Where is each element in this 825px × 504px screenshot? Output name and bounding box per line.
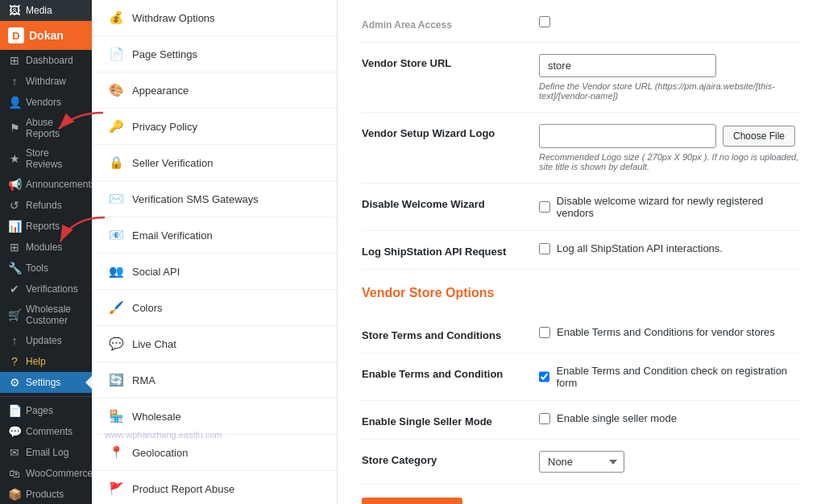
sidebar-item-wholesale-customer[interactable]: 🛒 Wholesale Customer [0, 300, 92, 330]
help-icon: ? [8, 355, 21, 368]
withdraw-options-icon: 💰 [108, 10, 124, 26]
vendor-store-url-desc: Define the Vendor store URL (https://pm.… [539, 81, 801, 101]
store-terms-label: Store Terms and Conditions [362, 326, 523, 341]
dokan-menu-withdraw-options[interactable]: 💰 Withdraw Options [92, 0, 337, 36]
disable-welcome-wizard-checkbox-row: Disable welcome wizard for newly registe… [539, 195, 801, 219]
log-shipstation-check-label[interactable]: Log all ShipStation API interactions. [557, 242, 723, 254]
wp-admin-sidebar: 🖼 Media D Dokan ⊞ Dashboard ↑ Withdraw 👤… [0, 0, 92, 504]
dokan-settings-sidebar: 💰 Withdraw Options 📄 Page Settings 🎨 App… [92, 0, 338, 504]
email-verification-icon: 📧 [108, 227, 124, 243]
disable-welcome-wizard-field: Disable welcome wizard for newly registe… [539, 195, 801, 219]
store-reviews-icon: ★ [8, 152, 21, 165]
sidebar-item-withdraw[interactable]: ↑ Withdraw [0, 71, 92, 92]
announcements-icon: 📢 [8, 178, 21, 191]
abuse-icon: ⚑ [8, 122, 21, 134]
sidebar-item-dashboard[interactable]: ⊞ Dashboard [0, 50, 92, 71]
log-shipstation-label: Log ShipStation API Request [362, 242, 523, 258]
log-shipstation-field: Log all ShipStation API interactions. [539, 242, 801, 254]
email-log-icon: ✉ [8, 446, 21, 459]
save-changes-button[interactable]: Save Changes [362, 498, 462, 504]
pages-icon: 📄 [8, 404, 21, 417]
dokan-menu-page-settings[interactable]: 📄 Page Settings [92, 36, 337, 72]
reports-icon: 📊 [8, 220, 21, 233]
withdraw-icon: ↑ [8, 75, 21, 88]
sidebar-item-abuse-reports[interactable]: ⚑ Abuse Reports [0, 113, 92, 143]
page-settings-icon: 📄 [108, 46, 124, 62]
sidebar-item-refunds[interactable]: ↺ Refunds [0, 195, 92, 216]
dokan-menu-email-verification[interactable]: 📧 Email Verification [92, 217, 337, 254]
sidebar-item-media[interactable]: 🖼 Media [0, 0, 92, 21]
vendor-store-url-input[interactable] [539, 54, 716, 77]
sidebar-item-verifications[interactable]: ✔ Verifications [0, 279, 92, 300]
dokan-menu-rma[interactable]: 🔄 RMA [92, 362, 337, 399]
dokan-brand[interactable]: D Dokan [0, 21, 92, 50]
choose-file-button[interactable]: Choose File [723, 126, 795, 147]
sidebar-item-products[interactable]: 📦 Products [0, 484, 92, 504]
privacy-policy-icon: 🔑 [108, 118, 124, 134]
enable-terms-field: Enable Terms and Condition check on regi… [539, 365, 801, 389]
dokan-d-icon: D [8, 27, 24, 43]
enable-terms-checkbox[interactable] [539, 371, 549, 382]
sidebar-item-email-log[interactable]: ✉ Email Log [0, 442, 92, 463]
sidebar-item-announcements[interactable]: 📢 Announcements [0, 174, 92, 195]
enable-single-seller-checkbox[interactable] [539, 413, 550, 424]
enable-single-seller-label: Enable Single Seller Mode [362, 412, 523, 428]
modules-icon: ⊞ [8, 241, 21, 254]
verifications-icon: ✔ [8, 283, 21, 295]
store-category-select[interactable]: None Category A Category B [539, 451, 624, 473]
sidebar-item-vendors[interactable]: 👤 Vendors [0, 92, 92, 113]
store-category-row: Store Category None Category A Category … [362, 440, 801, 485]
sidebar-item-updates[interactable]: ↑ Updates [0, 330, 92, 351]
disable-welcome-wizard-row: Disable Welcome Wizard Disable welcome w… [362, 184, 801, 231]
vendor-store-options-heading: Vendor Store Options [362, 286, 801, 305]
store-terms-checkbox[interactable] [539, 327, 550, 338]
file-input-box [539, 124, 716, 148]
admin-area-access-checkbox[interactable] [539, 16, 550, 27]
sidebar-item-store-reviews[interactable]: ★ Store Reviews [0, 143, 92, 174]
refunds-icon: ↺ [8, 199, 21, 212]
vendors-icon: 👤 [8, 96, 21, 109]
main-content-area: Admin Area Access Vendor Store URL Defin… [338, 0, 825, 504]
products-icon: 📦 [8, 488, 21, 501]
sidebar-item-reports[interactable]: 📊 Reports [0, 216, 92, 237]
file-input-row: Choose File [539, 124, 801, 148]
sidebar-item-woocommerce[interactable]: 🛍 WooCommerce [0, 463, 92, 484]
updates-icon: ↑ [8, 334, 21, 347]
store-terms-check-label[interactable]: Enable Terms and Conditions for vendor s… [557, 326, 775, 338]
store-category-label: Store Category [362, 451, 523, 466]
rma-icon: 🔄 [108, 372, 124, 388]
dokan-menu-product-report-abuse[interactable]: 🚩 Product Report Abuse [92, 471, 337, 504]
dokan-menu-verification-sms[interactable]: ✉️ Verification SMS Gateways [92, 181, 337, 217]
dokan-menu-social-api[interactable]: 👥 Social API [92, 254, 337, 290]
sidebar-item-pages[interactable]: 📄 Pages [0, 400, 92, 421]
colors-icon: 🖌️ [108, 300, 124, 316]
wholesale-menu-icon: 🏪 [108, 408, 124, 424]
store-terms-checkbox-row: Enable Terms and Conditions for vendor s… [539, 326, 801, 338]
dokan-menu-appearance[interactable]: 🎨 Appearance [92, 72, 337, 109]
sidebar-item-help[interactable]: ? Help [0, 351, 92, 372]
dokan-menu-seller-verification[interactable]: 🔒 Seller Verification [92, 145, 337, 181]
disable-welcome-wizard-label: Disable Welcome Wizard [362, 195, 523, 210]
dokan-menu-privacy-policy[interactable]: 🔑 Privacy Policy [92, 109, 337, 145]
dokan-menu-wholesale[interactable]: 🏪 Wholesale [92, 399, 337, 435]
sidebar-item-modules[interactable]: ⊞ Modules [0, 237, 92, 258]
vendor-store-url-field: Define the Vendor store URL (https://pm.… [539, 54, 801, 101]
disable-welcome-wizard-checkbox[interactable] [539, 201, 550, 213]
enable-terms-check-label[interactable]: Enable Terms and Condition check on regi… [556, 365, 801, 389]
disable-welcome-wizard-check-label[interactable]: Disable welcome wizard for newly registe… [557, 195, 801, 219]
dokan-menu-geolocation[interactable]: 📍 Geolocation [92, 435, 337, 471]
dokan-menu-colors[interactable]: 🖌️ Colors [92, 290, 337, 326]
vendor-setup-wizard-logo-row: Vendor Setup Wizard Logo Choose File Rec… [362, 113, 801, 184]
sidebar-item-comments[interactable]: 💬 Comments [0, 421, 92, 442]
settings-arrow [85, 376, 92, 389]
enable-terms-checkbox-row: Enable Terms and Condition check on regi… [539, 365, 801, 389]
dokan-menu-live-chat[interactable]: 💬 Live Chat [92, 326, 337, 362]
sidebar-item-settings[interactable]: ⚙ Settings [0, 372, 92, 393]
geolocation-icon: 📍 [108, 444, 124, 461]
sidebar-item-tools[interactable]: 🔧 Tools [0, 258, 92, 279]
enable-single-seller-check-label[interactable]: Enable single seller mode [557, 412, 677, 424]
log-shipstation-checkbox[interactable] [539, 243, 550, 254]
enable-single-seller-field: Enable single seller mode [539, 412, 801, 424]
vendor-setup-wizard-logo-field: Choose File Recommended Logo size ( 270p… [539, 124, 801, 171]
store-category-field: None Category A Category B [539, 451, 801, 473]
